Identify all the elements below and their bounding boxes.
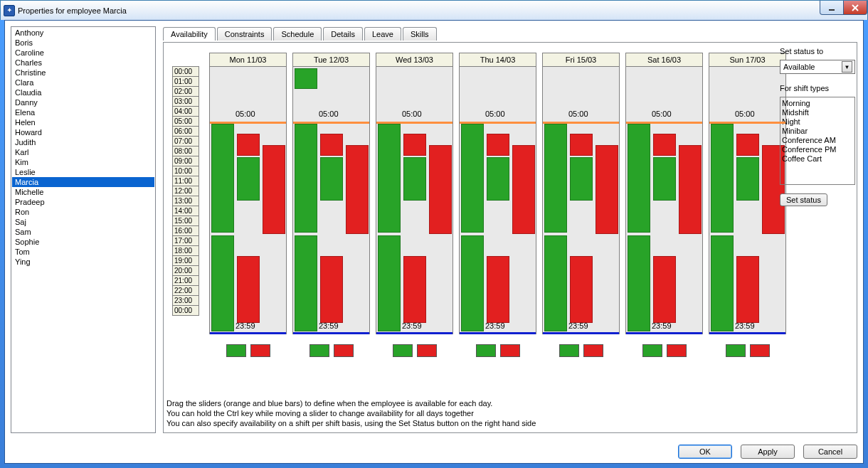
availability-block[interactable] xyxy=(487,157,509,201)
employee-item[interactable]: Ying xyxy=(12,257,154,267)
unavailable-block[interactable] xyxy=(653,134,676,156)
availability-block[interactable] xyxy=(461,124,484,233)
unavailable-block[interactable] xyxy=(570,256,593,323)
unavailable-block[interactable] xyxy=(570,134,593,156)
availability-start-slider[interactable] xyxy=(460,122,536,124)
employee-item[interactable]: Kim xyxy=(12,157,154,167)
employee-list[interactable]: AnthonyBorisCarolineCharlesChristineClar… xyxy=(11,26,156,433)
day-body[interactable]: 05:0023:59 xyxy=(459,67,536,334)
availability-end-slider[interactable] xyxy=(293,332,369,334)
employee-item[interactable]: Claudia xyxy=(12,87,154,97)
employee-item[interactable]: Saj xyxy=(12,217,154,227)
apply-button[interactable]: Apply xyxy=(741,445,795,459)
availability-end-slider[interactable] xyxy=(210,332,286,334)
day-body[interactable]: 05:0023:59 xyxy=(709,67,786,334)
unavailable-block[interactable] xyxy=(736,134,759,156)
availability-start-slider[interactable] xyxy=(293,122,369,124)
unavailable-block[interactable] xyxy=(346,145,369,234)
availability-end-slider[interactable] xyxy=(709,332,785,334)
unavailable-block[interactable] xyxy=(403,256,426,323)
availability-end-slider[interactable] xyxy=(376,332,452,334)
ok-button[interactable]: OK xyxy=(678,445,732,459)
employee-item[interactable]: Ron xyxy=(12,207,154,217)
availability-block[interactable] xyxy=(461,235,484,331)
availability-block[interactable] xyxy=(711,235,734,331)
employee-item[interactable]: Sam xyxy=(12,227,154,237)
shift-type-item[interactable]: Conference AM xyxy=(782,136,853,145)
day-body[interactable]: 05:0023:59 xyxy=(625,67,703,334)
unavailable-block[interactable] xyxy=(320,256,343,323)
availability-block[interactable] xyxy=(628,124,650,233)
day-body[interactable]: 05:0023:59 xyxy=(376,67,453,334)
availability-block[interactable] xyxy=(211,124,234,233)
unavailable-block[interactable] xyxy=(596,145,618,234)
tab-constraints[interactable]: Constraints xyxy=(217,27,272,41)
employee-item[interactable]: Anthony xyxy=(12,28,154,38)
close-button[interactable] xyxy=(843,1,867,15)
shift-type-item[interactable]: Coffee Cart xyxy=(782,154,853,164)
availability-end-slider[interactable] xyxy=(626,332,702,334)
availability-block[interactable] xyxy=(711,124,734,233)
availability-block[interactable] xyxy=(378,124,401,233)
unavailable-block[interactable] xyxy=(487,134,509,156)
availability-block[interactable] xyxy=(570,157,593,201)
availability-block[interactable] xyxy=(544,124,567,233)
availability-start-slider[interactable] xyxy=(709,122,785,124)
availability-start-slider[interactable] xyxy=(626,122,702,124)
availability-block[interactable] xyxy=(736,157,759,201)
employee-item[interactable]: Michelle xyxy=(12,187,154,197)
employee-item[interactable]: Boris xyxy=(12,38,154,48)
shift-type-item[interactable]: Morning xyxy=(782,99,853,108)
availability-block[interactable] xyxy=(320,157,343,201)
availability-end-slider[interactable] xyxy=(460,332,536,334)
tab-skills[interactable]: Skills xyxy=(403,27,437,41)
employee-item[interactable]: Helen xyxy=(12,117,154,127)
cancel-button[interactable]: Cancel xyxy=(803,445,857,459)
status-dropdown[interactable]: Available ▼ xyxy=(780,60,855,74)
employee-item[interactable]: Christine xyxy=(12,68,154,78)
availability-block[interactable] xyxy=(295,124,317,233)
employee-item[interactable]: Danny xyxy=(12,97,154,107)
day-body[interactable]: 05:0023:59 xyxy=(542,67,620,334)
employee-item[interactable]: Karl xyxy=(12,147,154,157)
availability-start-slider[interactable] xyxy=(210,122,286,124)
employee-item[interactable]: Marcia xyxy=(12,177,154,187)
employee-item[interactable]: Pradeep xyxy=(12,197,154,207)
availability-block[interactable] xyxy=(378,235,401,331)
unavailable-block[interactable] xyxy=(653,256,676,323)
tab-leave[interactable]: Leave xyxy=(364,27,401,41)
set-status-button[interactable]: Set status xyxy=(780,193,827,206)
shift-type-item[interactable]: Midshift xyxy=(782,108,853,117)
employee-item[interactable]: Leslie xyxy=(12,167,154,177)
tab-details[interactable]: Details xyxy=(323,27,363,41)
availability-block[interactable] xyxy=(544,235,567,331)
tab-availability[interactable]: Availability xyxy=(163,27,216,41)
availability-block[interactable] xyxy=(211,235,234,331)
unavailable-block[interactable] xyxy=(263,145,285,234)
employee-item[interactable]: Tom xyxy=(12,247,154,257)
shift-types-list[interactable]: MorningMidshiftNightMinibarConference AM… xyxy=(780,97,855,185)
unavailable-block[interactable] xyxy=(679,145,702,234)
employee-item[interactable]: Howard xyxy=(12,127,154,137)
unavailable-block[interactable] xyxy=(320,134,343,156)
availability-block[interactable] xyxy=(295,235,317,331)
unavailable-block[interactable] xyxy=(403,134,426,156)
employee-item[interactable]: Judith xyxy=(12,137,154,147)
availability-block[interactable] xyxy=(403,157,426,201)
unavailable-block[interactable] xyxy=(237,134,260,156)
availability-end-slider[interactable] xyxy=(543,332,619,334)
day-body[interactable]: 05:0023:59 xyxy=(209,67,287,334)
employee-item[interactable]: Sophie xyxy=(12,237,154,247)
unavailable-block[interactable] xyxy=(512,145,535,234)
day-body[interactable]: 05:0023:59 xyxy=(292,67,370,334)
availability-block[interactable] xyxy=(295,68,317,89)
employee-item[interactable]: Elena xyxy=(12,107,154,117)
employee-item[interactable]: Clara xyxy=(12,78,154,87)
shift-type-item[interactable]: Conference PM xyxy=(782,145,853,154)
minimize-button[interactable] xyxy=(820,1,844,15)
employee-item[interactable]: Charles xyxy=(12,58,154,68)
availability-block[interactable] xyxy=(653,157,676,201)
employee-item[interactable]: Caroline xyxy=(12,48,154,58)
unavailable-block[interactable] xyxy=(487,256,509,323)
unavailable-block[interactable] xyxy=(237,256,260,323)
